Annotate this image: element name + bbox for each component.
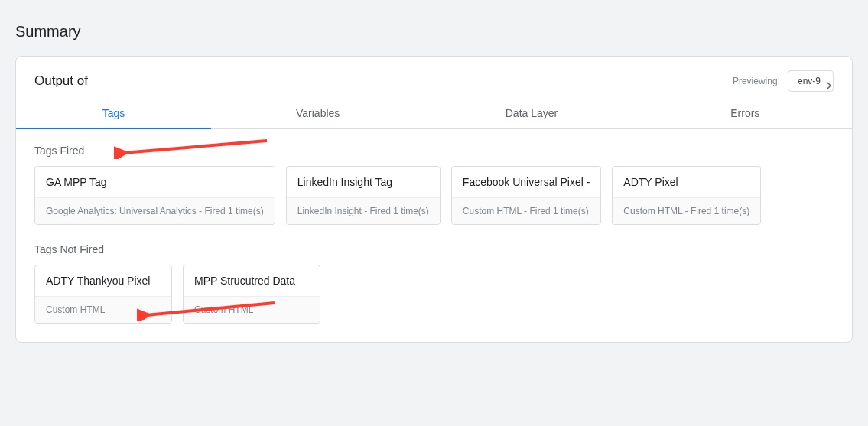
tag-card-footer: LinkedIn Insight - Fired 1 time(s)	[287, 197, 440, 224]
fired-grid: GA MPP Tag Google Analytics: Universal A…	[34, 166, 834, 225]
tag-card[interactable]: ADTY Pixel Custom HTML - Fired 1 time(s)	[612, 166, 761, 225]
summary-card: Output of Previewing: env-9 Tags Variabl…	[15, 56, 853, 343]
card-header: Output of Previewing: env-9	[16, 57, 852, 99]
previewing-label: Previewing:	[733, 76, 780, 86]
env-select[interactable]: env-9	[788, 70, 834, 92]
tag-card-title: ADTY Pixel	[613, 167, 760, 197]
tag-card[interactable]: MPP Strucutred Data Custom HTML	[183, 265, 320, 324]
tag-card-footer: Custom HTML - Fired 1 time(s)	[613, 197, 760, 224]
env-value: env-9	[798, 76, 821, 86]
tag-card-title: Facebook Universal Pixel -	[452, 167, 601, 197]
tag-card-footer: Custom HTML	[184, 296, 320, 323]
tag-card[interactable]: Facebook Universal Pixel - Custom HTML -…	[451, 166, 602, 225]
section-tags-not-fired: Tags Not Fired ADTY Thankyou Pixel Custo…	[16, 228, 852, 342]
not-fired-grid: ADTY Thankyou Pixel Custom HTML MPP Stru…	[34, 265, 834, 324]
tab-tags[interactable]: Tags	[16, 99, 211, 128]
section-title-fired: Tags Fired	[34, 145, 834, 157]
card-header-title: Output of	[34, 73, 733, 89]
tag-card-title: MPP Strucutred Data	[184, 265, 320, 296]
tag-card[interactable]: ADTY Thankyou Pixel Custom HTML	[34, 265, 172, 324]
tag-card[interactable]: LinkedIn Insight Tag LinkedIn Insight - …	[286, 166, 441, 225]
tag-card[interactable]: GA MPP Tag Google Analytics: Universal A…	[34, 166, 275, 225]
tag-card-footer: Custom HTML - Fired 1 time(s)	[452, 197, 601, 224]
tabs: Tags Variables Data Layer Errors	[16, 99, 852, 129]
tag-card-footer: Google Analytics: Universal Analytics - …	[35, 197, 275, 224]
tag-card-title: GA MPP Tag	[35, 167, 275, 197]
tag-card-title: LinkedIn Insight Tag	[287, 167, 440, 197]
previewing-row: Previewing: env-9	[733, 70, 834, 92]
tab-data-layer[interactable]: Data Layer	[424, 99, 638, 128]
page-title: Summary	[0, 0, 868, 56]
tab-variables[interactable]: Variables	[211, 99, 424, 128]
tab-errors[interactable]: Errors	[639, 99, 852, 128]
tag-card-title: ADTY Thankyou Pixel	[35, 265, 171, 296]
tag-card-footer: Custom HTML	[35, 296, 171, 323]
section-title-not-fired: Tags Not Fired	[34, 243, 834, 255]
section-tags-fired: Tags Fired GA MPP Tag Google Analytics: …	[16, 129, 852, 228]
